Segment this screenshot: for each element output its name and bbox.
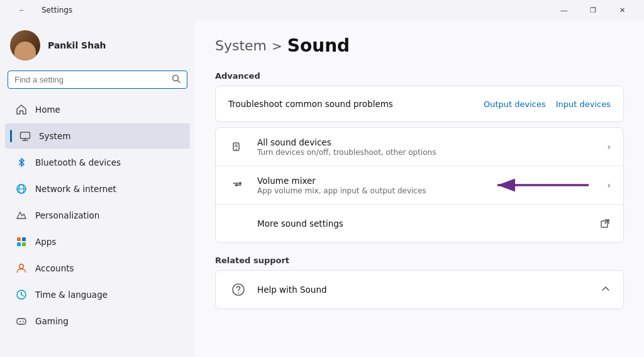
sidebar-item-label-apps: Apps	[35, 237, 56, 247]
help-with-sound-row[interactable]: Help with Sound	[216, 271, 623, 309]
sidebar-item-network[interactable]: Network & internet	[5, 176, 190, 201]
sidebar-item-home[interactable]: Home	[5, 97, 190, 122]
profile-name: Pankil Shah	[48, 40, 106, 50]
nav-item-wrapper-personalization: Personalization	[0, 202, 195, 229]
sidebar-item-time[interactable]: Time & language	[5, 282, 190, 307]
sidebar-item-apps[interactable]: Apps	[5, 229, 190, 254]
svg-rect-16	[17, 319, 26, 324]
volume-mixer-subtitle: App volume mix, app input & output devic…	[257, 186, 607, 195]
nav-items: Home System	[0, 94, 195, 337]
svg-rect-9	[22, 237, 26, 241]
external-link-icon	[601, 218, 611, 230]
more-sound-settings-title: More sound settings	[257, 218, 601, 229]
sidebar-item-label-time: Time & language	[35, 290, 108, 300]
chevron-up-icon	[601, 284, 611, 296]
svg-point-33	[238, 292, 239, 293]
main-content: System > Sound Advanced Troubleshoot com…	[195, 20, 644, 357]
troubleshoot-card: Troubleshoot common sound problems Outpu…	[215, 86, 624, 122]
gaming-icon	[15, 315, 28, 327]
breadcrumb-parent: System	[215, 38, 267, 54]
input-devices-link[interactable]: Input devices	[556, 99, 611, 109]
personalization-icon	[15, 209, 28, 222]
sidebar-item-label-system: System	[39, 131, 70, 141]
troubleshoot-label: Troubleshoot common sound problems	[228, 99, 484, 109]
volume-mixer-title: Volume mixer	[257, 176, 607, 186]
time-icon	[15, 288, 28, 301]
help-with-sound-title: Help with Sound	[257, 285, 601, 295]
svg-rect-10	[17, 242, 21, 246]
maximize-button[interactable]: ❐	[579, 0, 608, 20]
sidebar-item-gaming[interactable]: Gaming	[5, 309, 190, 334]
sidebar: Pankil Shah Home	[0, 20, 195, 357]
nav-item-wrapper-network: Network & internet	[0, 176, 195, 202]
sidebar-item-label-accounts: Accounts	[35, 263, 74, 273]
close-button[interactable]: ✕	[608, 0, 636, 20]
titlebar-left: ← Settings	[8, 0, 72, 20]
help-with-sound-content: Help with Sound	[257, 285, 601, 295]
search-input[interactable]	[14, 75, 168, 84]
all-sound-devices-subtitle: Turn devices on/off, troubleshoot, other…	[257, 148, 607, 157]
svg-point-26	[239, 182, 242, 184]
all-sound-devices-chevron: ›	[607, 142, 611, 152]
search-box[interactable]	[8, 71, 187, 89]
apps-icon	[15, 235, 28, 248]
svg-line-15	[21, 295, 23, 296]
volume-mixer-chevron: ›	[607, 180, 611, 190]
nav-item-wrapper-accounts: Accounts	[0, 255, 195, 281]
home-icon	[15, 103, 28, 116]
avatar	[10, 30, 40, 60]
more-sound-settings-content: More sound settings	[257, 218, 601, 229]
active-indicator	[10, 130, 12, 142]
bluetooth-icon	[15, 156, 28, 169]
related-card: Help with Sound	[215, 270, 624, 309]
volume-mixer-content: Volume mixer App volume mix, app input &…	[257, 176, 607, 195]
minimize-button[interactable]: —	[550, 0, 579, 20]
network-icon	[15, 183, 28, 195]
svg-rect-2	[21, 132, 30, 139]
volume-mixer-icon	[228, 175, 248, 195]
sound-items-card: All sound devices Turn devices on/off, t…	[215, 127, 624, 243]
troubleshoot-actions: Output devices Input devices	[484, 99, 611, 109]
output-devices-link[interactable]: Output devices	[484, 99, 546, 109]
app-body: Pankil Shah Home	[0, 20, 644, 357]
sidebar-item-bluetooth[interactable]: Bluetooth & devices	[5, 150, 190, 175]
nav-item-wrapper-time: Time & language	[0, 281, 195, 308]
search-icon	[172, 74, 180, 85]
svg-rect-22	[235, 144, 238, 147]
nav-item-wrapper-home: Home	[0, 96, 195, 123]
back-button[interactable]: ←	[8, 0, 36, 20]
related-section: Related support Help with Sound	[215, 256, 624, 309]
svg-rect-11	[22, 242, 26, 246]
sound-devices-icon	[228, 137, 248, 157]
sidebar-item-system[interactable]: System	[5, 123, 190, 149]
svg-point-20	[23, 321, 25, 322]
all-sound-devices-content: All sound devices Turn devices on/off, t…	[257, 137, 607, 157]
titlebar: ← Settings — ❐ ✕	[0, 0, 644, 20]
sidebar-item-label-gaming: Gaming	[35, 316, 69, 326]
more-sound-settings-row[interactable]: More sound settings	[216, 205, 623, 242]
related-section-title: Related support	[215, 256, 624, 265]
sidebar-item-personalization[interactable]: Personalization	[5, 203, 190, 228]
svg-point-23	[236, 149, 237, 150]
svg-line-1	[178, 81, 180, 83]
sidebar-item-accounts[interactable]: Accounts	[5, 256, 190, 281]
sidebar-item-label-home: Home	[35, 105, 60, 115]
titlebar-controls: — ❐ ✕	[550, 0, 636, 20]
volume-mixer-row[interactable]: Volume mixer App volume mix, app input &…	[216, 166, 623, 205]
all-sound-devices-row[interactable]: All sound devices Turn devices on/off, t…	[216, 128, 623, 166]
all-sound-devices-title: All sound devices	[257, 137, 607, 147]
svg-rect-8	[17, 237, 21, 241]
help-icon	[228, 280, 248, 300]
system-icon	[19, 130, 31, 142]
breadcrumb: System > Sound	[215, 35, 624, 56]
troubleshoot-row: Troubleshoot common sound problems Outpu…	[216, 86, 623, 122]
titlebar-title: Settings	[42, 6, 72, 14]
advanced-section-title: Advanced	[215, 71, 624, 81]
more-sound-settings-icon	[228, 213, 248, 234]
sidebar-item-label-network: Network & internet	[35, 184, 116, 194]
nav-item-wrapper-apps: Apps	[0, 229, 195, 255]
svg-line-31	[605, 220, 609, 224]
nav-item-wrapper-system: System	[0, 123, 195, 149]
svg-point-27	[235, 184, 238, 186]
svg-point-12	[19, 264, 24, 269]
